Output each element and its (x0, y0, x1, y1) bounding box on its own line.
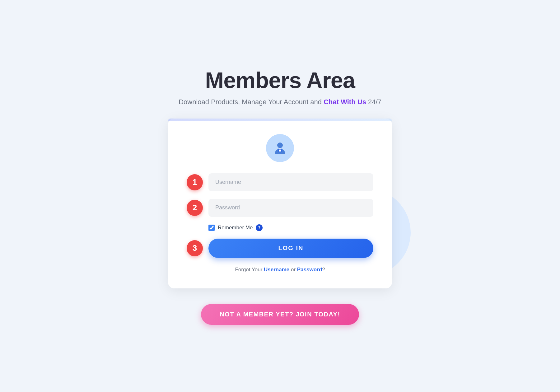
username-field-row: 1 (187, 173, 373, 191)
forgot-username-link[interactable]: Username (264, 267, 289, 273)
card-wrapper: 1 2 Remember Me ? 3 LOG IN Forgot Your U… (168, 119, 392, 288)
avatar-circle (266, 134, 294, 162)
forgot-password-link[interactable]: Password (297, 267, 322, 273)
subtitle-suffix: 24/7 (366, 98, 381, 106)
remember-me-row: Remember Me ? (208, 224, 373, 231)
remember-me-checkbox[interactable] (208, 225, 215, 231)
password-input[interactable] (208, 199, 373, 217)
chat-with-us-link[interactable]: Chat With Us (324, 98, 366, 106)
forgot-or: or (289, 267, 297, 273)
user-avatar-icon (272, 140, 288, 156)
login-card: 1 2 Remember Me ? 3 LOG IN Forgot Your U… (168, 119, 392, 288)
subtitle-prefix: Download Products, Manage Your Account a… (179, 98, 324, 106)
step-1-badge: 1 (187, 174, 203, 190)
remember-me-label: Remember Me (218, 225, 253, 231)
page-header: Members Area Download Products, Manage Y… (179, 68, 381, 106)
step-3-badge: 3 (187, 240, 203, 256)
join-today-button[interactable]: NOT A MEMBER YET? JOIN TODAY! (201, 304, 359, 325)
username-input[interactable] (208, 173, 373, 191)
help-icon[interactable]: ? (256, 224, 263, 231)
login-button[interactable]: LOG IN (208, 239, 373, 258)
page-title: Members Area (179, 68, 381, 93)
avatar-area (187, 134, 373, 162)
svg-rect-2 (279, 150, 281, 152)
login-button-row: 3 LOG IN (187, 239, 373, 258)
forgot-prefix: Forgot Your (235, 267, 264, 273)
svg-point-0 (277, 142, 283, 148)
step-2-badge: 2 (187, 200, 203, 216)
forgot-row: Forgot Your Username or Password? (187, 267, 373, 273)
forgot-suffix: ? (322, 267, 325, 273)
page-subtitle: Download Products, Manage Your Account a… (179, 98, 381, 106)
password-field-row: 2 (187, 199, 373, 217)
top-bar-decoration (168, 119, 392, 121)
